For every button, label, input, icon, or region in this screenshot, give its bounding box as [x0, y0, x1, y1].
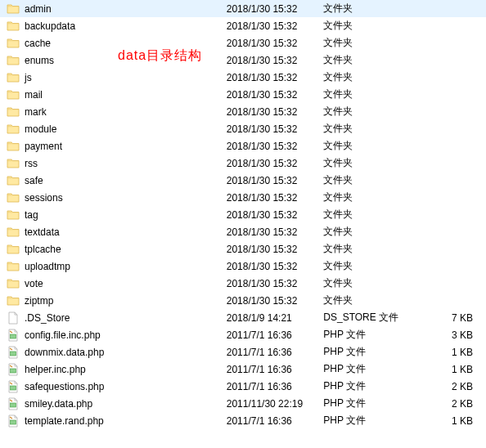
file-size: [413, 103, 486, 120]
file-name-cell: tag: [0, 206, 227, 223]
file-type: 文件夹: [323, 0, 412, 17]
folder-icon: [7, 208, 20, 222]
file-type: 文件夹: [323, 155, 412, 172]
file-row[interactable]: textdata2018/1/30 15:32文件夹: [0, 223, 486, 240]
folder-icon: [7, 243, 20, 256]
file-size: [413, 86, 486, 103]
file-row[interactable]: tplcache2018/1/30 15:32文件夹: [0, 240, 486, 258]
file-name: .DS_Store: [25, 312, 70, 324]
file-type: PHP 文件: [323, 412, 412, 429]
file-size: [413, 223, 486, 240]
file-row[interactable]: safequestions.php2011/7/1 16:36PHP 文件2 K…: [0, 378, 486, 395]
file-date: 2018/1/30 15:32: [227, 0, 324, 17]
file-size: [413, 120, 486, 137]
php-file-icon: [7, 346, 20, 359]
file-row[interactable]: .DS_Store2018/1/9 14:21DS_STORE 文件7 KB: [0, 309, 486, 326]
file-date: 2018/1/30 15:32: [227, 189, 324, 206]
file-row[interactable]: module2018/1/30 15:32文件夹: [0, 120, 486, 137]
file-type: PHP 文件: [323, 326, 412, 343]
file-size: 2 KB: [413, 378, 486, 395]
file-name: enums: [25, 55, 54, 66]
folder-icon: [7, 20, 20, 33]
file-type: 文件夹: [323, 172, 412, 189]
folder-icon: [7, 226, 20, 239]
file-row[interactable]: backupdata2018/1/30 15:32文件夹: [0, 17, 486, 34]
file-name-cell: payment: [0, 137, 227, 155]
file-row[interactable]: rss2018/1/30 15:32文件夹: [0, 155, 486, 172]
file-type: 文件夹: [323, 223, 412, 240]
file-name-cell: backupdata: [0, 17, 227, 34]
file-size: [413, 189, 486, 206]
file-date: 2011/7/1 16:36: [227, 343, 324, 361]
file-name-cell: module: [0, 120, 227, 137]
file-name: rss: [25, 158, 38, 169]
file-type: DS_STORE 文件: [323, 309, 412, 326]
file-row[interactable]: mail2018/1/30 15:32文件夹: [0, 86, 486, 103]
file-name: mail: [25, 89, 43, 101]
php-file-icon: [7, 329, 20, 342]
file-type: 文件夹: [323, 52, 412, 69]
file-size: [413, 34, 486, 52]
file-row[interactable]: safe2018/1/30 15:32文件夹: [0, 172, 486, 189]
folder-icon: [7, 140, 20, 153]
folder-icon: [7, 174, 20, 187]
file-row[interactable]: downmix.data.php2011/7/1 16:36PHP 文件1 KB: [0, 343, 486, 361]
file-type: 文件夹: [323, 69, 412, 86]
file-row[interactable]: helper.inc.php2011/7/1 16:36PHP 文件1 KB: [0, 361, 486, 378]
file-date: 2011/7/1 16:36: [227, 378, 324, 395]
file-row[interactable]: tag2018/1/30 15:32文件夹: [0, 206, 486, 223]
file-row[interactable]: sessions2018/1/30 15:32文件夹: [0, 189, 486, 206]
file-row[interactable]: payment2018/1/30 15:32文件夹: [0, 137, 486, 155]
file-type: 文件夹: [323, 103, 412, 120]
file-row[interactable]: enums2018/1/30 15:32文件夹: [0, 52, 486, 69]
file-date: 2018/1/30 15:32: [227, 172, 324, 189]
file-row[interactable]: admin2018/1/30 15:32文件夹: [0, 0, 486, 17]
file-type: 文件夹: [323, 17, 412, 34]
file-type: 文件夹: [323, 137, 412, 155]
file-date: 2018/1/30 15:32: [227, 258, 324, 275]
file-name-cell: helper.inc.php: [0, 361, 227, 378]
file-date: 2018/1/30 15:32: [227, 103, 324, 120]
file-name: tag: [25, 209, 38, 221]
file-name-cell: sessions: [0, 189, 227, 206]
file-name: mark: [25, 106, 47, 118]
file-size: [413, 137, 486, 155]
file-type: PHP 文件: [323, 343, 412, 361]
php-file-icon: [7, 380, 20, 393]
file-size: [413, 17, 486, 34]
file-name: helper.inc.php: [25, 364, 86, 375]
file-name-cell: vote: [0, 275, 227, 292]
file-row[interactable]: vote2018/1/30 15:32文件夹: [0, 275, 486, 292]
folder-icon: [7, 2, 20, 16]
file-type: 文件夹: [323, 258, 412, 275]
file-type: 文件夹: [323, 34, 412, 52]
file-type: 文件夹: [323, 206, 412, 223]
file-row[interactable]: cache2018/1/30 15:32文件夹: [0, 34, 486, 52]
file-row[interactable]: smiley.data.php2011/11/30 22:19PHP 文件2 K…: [0, 395, 486, 412]
folder-icon: [7, 260, 20, 273]
file-icon: [7, 311, 20, 325]
folder-icon: [7, 37, 20, 50]
file-size: [413, 0, 486, 17]
file-row[interactable]: js2018/1/30 15:32文件夹: [0, 69, 486, 86]
file-name: downmix.data.php: [25, 347, 104, 358]
folder-icon: [7, 105, 20, 119]
file-row[interactable]: config.file.inc.php2011/7/1 16:36PHP 文件3…: [0, 326, 486, 343]
file-name: template.rand.php: [25, 415, 104, 427]
file-row[interactable]: mark2018/1/30 15:32文件夹: [0, 103, 486, 120]
file-date: 2018/1/30 15:32: [227, 137, 324, 155]
file-size: [413, 172, 486, 189]
file-row[interactable]: uploadtmp2018/1/30 15:32文件夹: [0, 258, 486, 275]
file-name: textdata: [25, 226, 60, 238]
file-row[interactable]: ziptmp2018/1/30 15:32文件夹: [0, 292, 486, 309]
file-type: 文件夹: [323, 120, 412, 137]
file-size: [413, 292, 486, 309]
php-file-icon: [7, 363, 20, 376]
file-type: 文件夹: [323, 86, 412, 103]
file-row[interactable]: template.rand.php2011/7/1 16:36PHP 文件1 K…: [0, 412, 486, 429]
file-date: 2011/11/30 22:19: [227, 395, 324, 412]
file-name-cell: downmix.data.php: [0, 343, 227, 361]
folder-icon: [7, 191, 20, 204]
file-name-cell: uploadtmp: [0, 258, 227, 275]
file-type: PHP 文件: [323, 395, 412, 412]
